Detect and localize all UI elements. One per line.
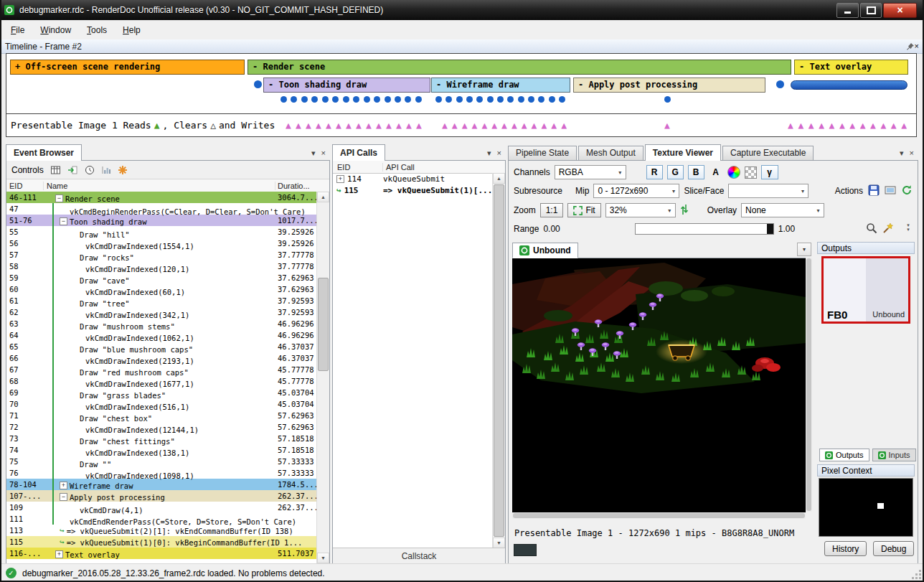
tab-capture-executable[interactable]: Capture Executable bbox=[722, 146, 814, 160]
event-row-70[interactable]: 70vkCmdDrawIndexed(516,1)45.03704 bbox=[6, 398, 317, 410]
table-icon[interactable] bbox=[50, 165, 61, 175]
channels-select[interactable]: RGBA ▾ bbox=[555, 165, 626, 179]
timeline-bar-toon[interactable]: - Toon shading draw bbox=[263, 78, 430, 93]
custom-shader-icon[interactable] bbox=[727, 166, 740, 179]
scroll-up-icon[interactable]: ▲ bbox=[493, 173, 505, 184]
panel-close-icon[interactable]: × bbox=[321, 149, 326, 157]
range-wand-icon[interactable] bbox=[882, 222, 894, 236]
open-texture-list-icon[interactable] bbox=[885, 184, 896, 198]
draw-marker-dot[interactable] bbox=[254, 80, 262, 88]
texture-horizontal-scrollbar[interactable] bbox=[512, 512, 806, 519]
column-api-call[interactable]: API Call bbox=[383, 163, 505, 172]
slice-face-select[interactable]: ▾ bbox=[728, 184, 808, 198]
refresh-icon[interactable] bbox=[901, 184, 913, 198]
event-row-65[interactable]: 65Draw "blue mushroom caps"46.37037 bbox=[6, 341, 317, 352]
tab-pipeline-state[interactable]: Pipeline State bbox=[508, 146, 577, 160]
history-button[interactable]: History bbox=[824, 541, 867, 556]
close-button[interactable]: × bbox=[883, 3, 917, 18]
event-row-63[interactable]: 63Draw "mushroom stems"46.96296 bbox=[6, 318, 317, 329]
event-row-116-...[interactable]: 116-...+Text overlay511.7037 bbox=[6, 548, 317, 559]
range-slider[interactable] bbox=[635, 223, 774, 235]
timeline-close-icon[interactable]: × bbox=[915, 42, 919, 50]
scroll-down-icon[interactable]: ▼ bbox=[493, 538, 505, 548]
event-row-75[interactable]: 75Draw ""57.33333 bbox=[6, 456, 317, 467]
event-browser-scrollbar[interactable]: ▲ ▼ bbox=[316, 192, 329, 563]
event-row-115[interactable]: 115↪=> vkQueueSubmit(1)[0]: vkBeginComma… bbox=[6, 536, 317, 548]
tab-api-calls[interactable]: API Calls bbox=[332, 144, 385, 161]
timeline-bar-offscreen[interactable]: + Off-screen scene rendering bbox=[10, 60, 245, 75]
scroll-down-icon[interactable]: ▼ bbox=[317, 553, 329, 563]
event-row-57[interactable]: 57Draw "rocks"37.77778 bbox=[6, 249, 317, 261]
event-row-67[interactable]: 67Draw "red mushroom caps"45.77778 bbox=[6, 364, 317, 375]
api-calls-scrollbar[interactable]: ▲ ▼ bbox=[492, 173, 505, 548]
gamma-button[interactable]: γ bbox=[761, 165, 778, 179]
column-eid[interactable]: EID bbox=[333, 163, 383, 172]
draw-marker-dot[interactable] bbox=[776, 80, 784, 88]
alpha-background-icon[interactable] bbox=[745, 166, 757, 179]
write-triangles-group[interactable]: ▲▲▲▲▲▲▲▲▲▲▲▲▲▲ bbox=[286, 121, 422, 131]
channel-g-button[interactable]: G bbox=[667, 165, 684, 179]
texture-display[interactable] bbox=[512, 258, 806, 512]
timeline-header[interactable]: Timeline - Frame #2 × bbox=[0, 39, 924, 54]
zoom-level-input[interactable]: 32% ▾ bbox=[605, 203, 676, 217]
event-row-59[interactable]: 59Draw "cave"37.62963 bbox=[6, 272, 317, 283]
post-draw-dot[interactable] bbox=[664, 96, 671, 103]
scroll-up-icon[interactable]: ▲ bbox=[317, 192, 329, 202]
event-row-46-111[interactable]: 46-111−Render scene3064.7... bbox=[6, 192, 317, 203]
callstack-section[interactable]: Callstack bbox=[333, 548, 505, 563]
tab-texture-viewer[interactable]: Texture Viewer bbox=[645, 144, 721, 161]
event-row-113[interactable]: 113↪=> vkQueueSubmit(2)[1]: vkEndCommand… bbox=[6, 525, 317, 536]
menu-tools[interactable]: Tools bbox=[79, 22, 115, 38]
event-row-60[interactable]: 60vkCmdDrawIndexed(60,1)37.62963 bbox=[6, 283, 317, 295]
event-row-72[interactable]: 72vkCmdDrawIndexed(12144,1)57.62963 bbox=[6, 421, 317, 433]
event-row-69[interactable]: 69Draw "grass blades"45.03704 bbox=[6, 387, 317, 398]
channel-b-button[interactable]: B bbox=[688, 165, 704, 179]
api-calls-column-headers[interactable]: EID API Call bbox=[333, 161, 505, 174]
scrollbar-thumb[interactable] bbox=[318, 278, 329, 371]
event-row-66[interactable]: 66vkCmdDrawIndexed(2193,1)46.37037 bbox=[6, 352, 317, 364]
texture-vertical-scrollbar[interactable] bbox=[806, 258, 812, 512]
event-row-62[interactable]: 62vkCmdDrawIndexed(342,1)37.92593 bbox=[6, 306, 317, 318]
filter-icon[interactable] bbox=[118, 165, 128, 175]
debug-button[interactable]: Debug bbox=[873, 541, 914, 556]
expand-icon[interactable]: + bbox=[60, 482, 67, 489]
menu-window[interactable]: Window bbox=[32, 22, 79, 38]
tab-outputs[interactable]: Outputs bbox=[819, 449, 869, 461]
stats-icon[interactable] bbox=[101, 165, 111, 175]
event-row-51-76[interactable]: 51-76−Toon shading draw1017.7... bbox=[6, 215, 317, 226]
event-row-73[interactable]: 73Draw "chest fittings"57.18518 bbox=[6, 433, 317, 444]
tab-inputs[interactable]: Inputs bbox=[872, 449, 916, 461]
wireframe-draw-dots[interactable] bbox=[435, 96, 565, 103]
timeline-bar-wireframe[interactable]: - Wireframe draw bbox=[431, 78, 570, 93]
write-triangles-group[interactable]: ▲ bbox=[664, 121, 674, 131]
panel-close-icon[interactable]: × bbox=[910, 149, 914, 157]
event-row-78-104[interactable]: 78-104+Wireframe draw1784.5... bbox=[6, 479, 317, 490]
timeline-bar-text-overlay[interactable]: - Text overlay bbox=[794, 60, 908, 75]
fb0-thumbnail[interactable]: FB0 Unbound bbox=[821, 256, 910, 324]
timeline-usage-strip[interactable]: Presentable Image 1 Reads ▲ , Clears △ a… bbox=[6, 113, 917, 137]
column-duration[interactable]: Duratio... bbox=[275, 182, 329, 190]
event-row-61[interactable]: 61Draw "tree"37.92593 bbox=[6, 295, 317, 306]
event-row-47[interactable]: 47vkCmdBeginRenderPass(C=Clear, D=Clear,… bbox=[6, 203, 317, 215]
save-texture-icon[interactable] bbox=[868, 184, 880, 198]
event-row-55[interactable]: 55Draw "hill"39.25926 bbox=[6, 226, 317, 238]
texture-tab-list-icon[interactable]: ▾ bbox=[797, 243, 811, 256]
event-row-76[interactable]: 76vkCmdDrawIndexed(1098,1)57.33333 bbox=[6, 467, 317, 479]
expand-icon[interactable]: + bbox=[336, 175, 344, 183]
panel-close-icon[interactable]: × bbox=[497, 149, 501, 157]
mip-select[interactable]: 0 - 1272x690 ▾ bbox=[593, 184, 679, 198]
range-slider-handle[interactable] bbox=[767, 224, 773, 234]
event-row-64[interactable]: 64vkCmdDrawIndexed(1062,1)46.96296 bbox=[6, 329, 317, 341]
event-row-109[interactable]: 109vkCmdDraw(4,1)262.37... bbox=[6, 502, 317, 513]
zoom-fit-button[interactable]: Fit bbox=[567, 203, 600, 217]
api-call-row-114[interactable]: +114vkQueueSubmit bbox=[333, 173, 493, 184]
tab-event-browser[interactable]: Event Browser bbox=[6, 144, 82, 161]
menu-help[interactable]: Help bbox=[115, 22, 148, 38]
column-name[interactable]: Name bbox=[44, 182, 275, 190]
event-row-56[interactable]: 56vkCmdDrawIndexed(1554,1)39.25926 bbox=[6, 238, 317, 249]
panel-menu-icon[interactable]: ▾ bbox=[487, 149, 491, 157]
write-triangles-group[interactable]: ▲▲▲▲▲▲▲▲▲▲▲▲ bbox=[788, 121, 907, 131]
autofit-range-icon[interactable] bbox=[866, 222, 877, 236]
scrollbar-thumb[interactable] bbox=[494, 184, 504, 537]
range-max-value[interactable]: 1.00 bbox=[778, 224, 795, 234]
